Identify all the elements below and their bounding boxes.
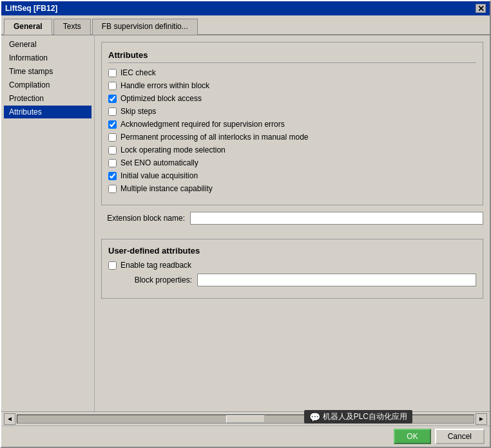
lock-operating-row: Lock operating mode selection <box>108 145 476 154</box>
multiple-instance-checkbox[interactable] <box>108 185 117 193</box>
sidebar-item-protection[interactable]: Protection <box>4 92 91 105</box>
skip-steps-row: Skip steps <box>108 107 476 116</box>
extension-block-input[interactable] <box>190 212 483 225</box>
optimized-block-checkbox[interactable] <box>108 95 117 103</box>
tab-texts[interactable]: Texts <box>53 19 91 35</box>
handle-errors-row: Handle errors within block <box>108 81 476 90</box>
skip-steps-label: Skip steps <box>120 107 156 116</box>
sidebar-item-compilation[interactable]: Compilation <box>4 79 91 91</box>
sidebar-item-information[interactable]: Information <box>4 51 91 64</box>
user-defined-section: User-defined attributes Enable tag readb… <box>101 239 483 299</box>
tab-general[interactable]: General <box>4 19 52 35</box>
extension-block-row: Extension block name: <box>101 212 483 225</box>
initial-value-checkbox[interactable] <box>108 172 117 180</box>
set-eno-label: Set ENO automatically <box>120 158 198 167</box>
lock-operating-label: Lock operating mode selection <box>120 145 226 154</box>
skip-steps-checkbox[interactable] <box>108 107 117 116</box>
attributes-section-title: Attributes <box>108 50 476 63</box>
enable-tag-readback-label: Enable tag readback <box>120 261 191 270</box>
acknowledgment-label: Acknowledgment required for supervision … <box>120 120 285 129</box>
attributes-section: Attributes IEC check Handle errors withi… <box>101 42 483 205</box>
lock-operating-checkbox[interactable] <box>108 146 117 154</box>
permanent-processing-checkbox[interactable] <box>108 133 117 142</box>
handle-errors-checkbox[interactable] <box>108 82 117 90</box>
handle-errors-label: Handle errors within block <box>120 81 209 90</box>
tabs-bar: General Texts FB supervision definitio..… <box>1 15 490 35</box>
set-eno-checkbox[interactable] <box>108 159 117 167</box>
wechat-icon: 💬 <box>309 412 320 422</box>
initial-value-row: Initial value acquisition <box>108 171 476 180</box>
tab-fb-supervision[interactable]: FB supervision definitio... <box>92 19 198 35</box>
multiple-instance-label: Multiple instance capability <box>120 184 213 193</box>
sidebar: General Information Time stamps Compilat… <box>1 35 95 411</box>
bottom-bar: 💬 机器人及PLC自动化应用 OK Cancel <box>1 425 490 447</box>
title-bar: LiftSeq [FB12] ✕ <box>1 1 490 15</box>
initial-value-label: Initial value acquisition <box>120 171 198 180</box>
extension-block-label: Extension block name: <box>101 214 185 223</box>
multiple-instance-row: Multiple instance capability <box>108 184 476 193</box>
enable-tag-readback-checkbox[interactable] <box>108 261 117 270</box>
scrollbar-area: ◄ ► <box>1 411 490 425</box>
ok-button[interactable]: OK <box>394 429 430 444</box>
optimized-block-row: Optimized block access <box>108 94 476 103</box>
sidebar-item-attributes[interactable]: Attributes <box>4 106 91 118</box>
user-defined-title: User-defined attributes <box>108 246 476 256</box>
cancel-button[interactable]: Cancel <box>435 429 485 444</box>
window-title: LiftSeq [FB12] <box>5 4 57 13</box>
permanent-processing-label: Permanent processing of all interlocks i… <box>120 133 308 142</box>
scroll-left-button[interactable]: ◄ <box>4 413 15 425</box>
main-content: General Information Time stamps Compilat… <box>1 35 490 411</box>
permanent-processing-row: Permanent processing of all interlocks i… <box>108 133 476 142</box>
optimized-block-label: Optimized block access <box>120 94 202 103</box>
scroll-thumb[interactable] <box>226 415 265 423</box>
wechat-text: 机器人及PLC自动化应用 <box>323 411 407 422</box>
block-properties-label: Block properties: <box>108 275 192 285</box>
wechat-badge: 💬 机器人及PLC自动化应用 <box>304 410 412 424</box>
iec-check-label: IEC check <box>120 68 156 77</box>
main-window: LiftSeq [FB12] ✕ General Texts FB superv… <box>0 0 491 448</box>
acknowledgment-checkbox[interactable] <box>108 120 117 129</box>
acknowledgment-row: Acknowledgment required for supervision … <box>108 120 476 129</box>
iec-check-checkbox[interactable] <box>108 69 117 77</box>
close-button[interactable]: ✕ <box>476 4 486 13</box>
iec-check-row: IEC check <box>108 68 476 77</box>
enable-tag-readback-row: Enable tag readback <box>108 261 476 270</box>
sidebar-item-timestamps[interactable]: Time stamps <box>4 65 91 78</box>
content-area: Attributes IEC check Handle errors withi… <box>95 35 490 411</box>
block-properties-input[interactable] <box>197 274 476 286</box>
block-properties-row: Block properties: <box>108 274 476 286</box>
scroll-right-button[interactable]: ► <box>476 413 487 425</box>
set-eno-row: Set ENO automatically <box>108 158 476 167</box>
sidebar-item-general[interactable]: General <box>4 38 91 51</box>
